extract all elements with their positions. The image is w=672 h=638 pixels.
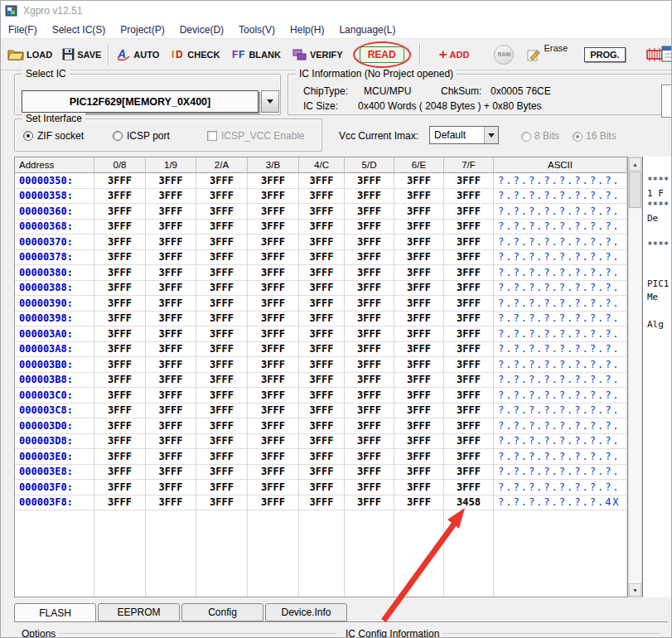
hex-cell[interactable]: 3FFF bbox=[444, 465, 494, 481]
hex-cell[interactable]: 3FFF bbox=[444, 312, 494, 327]
hex-cell[interactable]: 3FFF bbox=[299, 418, 345, 434]
hex-cell[interactable]: 3FFF bbox=[394, 220, 444, 235]
scroll-down-button[interactable]: ▼ bbox=[629, 583, 641, 597]
hex-cell[interactable]: 3FFF bbox=[146, 189, 196, 205]
vcc-current-dropdown[interactable]: Default bbox=[429, 126, 499, 144]
icsp-port-label[interactable]: ICSP port bbox=[127, 130, 170, 142]
hex-cell[interactable]: 3FFF bbox=[299, 220, 345, 235]
hex-cell[interactable]: 3FFF bbox=[94, 234, 146, 250]
hex-address[interactable]: 000003E0: bbox=[15, 449, 94, 465]
menu-item-help[interactable]: Help(H) bbox=[283, 22, 331, 38]
hex-cell[interactable]: 3FFF bbox=[248, 220, 299, 235]
hex-address[interactable]: 000003C0: bbox=[15, 388, 94, 404]
hex-cell[interactable]: 3FFF bbox=[394, 342, 444, 358]
hex-address[interactable]: 000003D0: bbox=[15, 418, 94, 434]
hex-address[interactable]: 000003A0: bbox=[15, 326, 94, 342]
tab-config[interactable]: Config bbox=[181, 603, 263, 621]
hex-cell[interactable]: 3FFF bbox=[345, 480, 394, 495]
hex-cell[interactable]: 3FFF bbox=[146, 281, 196, 297]
read-button[interactable]: READ bbox=[360, 46, 404, 63]
hex-cell[interactable]: 3FFF bbox=[248, 281, 299, 297]
hex-cell[interactable]: 3FFF bbox=[146, 204, 196, 220]
hex-cell[interactable]: 3FFF bbox=[345, 342, 394, 358]
hex-cell[interactable]: 3FFF bbox=[248, 173, 299, 189]
hex-cell[interactable]: 3FFF bbox=[345, 404, 394, 419]
hex-cell[interactable]: 3FFF bbox=[394, 357, 444, 373]
hex-address[interactable]: 000003B0: bbox=[15, 357, 94, 373]
hex-cell[interactable]: 3FFF bbox=[345, 234, 394, 250]
verify-button[interactable]: VERIFY bbox=[292, 48, 343, 61]
hex-cell[interactable]: 3FFF bbox=[394, 465, 444, 481]
hex-cell[interactable]: 3FFF bbox=[444, 342, 494, 358]
hex-cell[interactable]: 3FFF bbox=[146, 312, 196, 327]
hex-cell[interactable]: 3FFF bbox=[248, 342, 299, 358]
hex-cell[interactable]: 3FFF bbox=[146, 357, 196, 373]
hex-cell[interactable]: 3FFF bbox=[299, 296, 345, 312]
scroll-thumb[interactable] bbox=[629, 172, 641, 208]
prog-button[interactable]: PROG. bbox=[584, 47, 625, 62]
hex-cell[interactable]: 3FFF bbox=[444, 418, 494, 434]
hex-address[interactable]: 000003E8: bbox=[15, 465, 94, 481]
hex-cell[interactable]: 3FFF bbox=[248, 449, 299, 465]
hex-address[interactable]: 00000380: bbox=[15, 265, 94, 281]
hex-cell[interactable]: 3FFF bbox=[299, 173, 345, 189]
hex-cell[interactable]: 3FFF bbox=[394, 265, 444, 281]
hex-cell[interactable]: 3FFF bbox=[248, 204, 299, 220]
hex-cell[interactable]: 3FFF bbox=[299, 312, 345, 327]
blank-button[interactable]: F F BLANK bbox=[231, 48, 281, 60]
ic-combobox-dropdown-button[interactable] bbox=[261, 90, 279, 113]
menu-item-project[interactable]: Project(P) bbox=[113, 22, 172, 38]
hex-cell[interactable]: 3FFF bbox=[196, 418, 248, 434]
hex-cell[interactable]: 3FFF bbox=[299, 449, 345, 465]
hex-cell[interactable]: 3FFF bbox=[248, 465, 299, 481]
hex-cell[interactable]: 3FFF bbox=[345, 204, 394, 220]
hex-cell[interactable]: 3FFF bbox=[394, 234, 444, 250]
hex-cell[interactable]: 3FFF bbox=[146, 173, 196, 189]
hex-address[interactable]: 00000388: bbox=[15, 281, 94, 297]
menu-item-file[interactable]: File(F) bbox=[1, 22, 45, 38]
icsp-vcc-checkbox[interactable] bbox=[207, 131, 217, 141]
hex-cell[interactable]: 3FFF bbox=[196, 265, 248, 281]
hex-cell[interactable]: 3FFF bbox=[345, 388, 394, 404]
hex-cell[interactable]: 3FFF bbox=[345, 495, 394, 511]
hex-cell[interactable]: 3FFF bbox=[94, 281, 146, 297]
hex-cell[interactable]: 3FFF bbox=[94, 495, 146, 511]
hex-cell[interactable]: 3FFF bbox=[146, 250, 196, 266]
hex-cell[interactable]: 3FFF bbox=[345, 326, 394, 342]
hex-cell[interactable]: 3FFF bbox=[196, 296, 248, 312]
hex-cell[interactable]: 3FFF bbox=[94, 418, 146, 434]
hex-address[interactable]: 000003F8: bbox=[15, 495, 94, 511]
hex-address[interactable]: 000003A8: bbox=[15, 342, 94, 358]
vcc-dropdown-arrow[interactable] bbox=[484, 127, 498, 143]
hex-cell[interactable]: 3FFF bbox=[299, 465, 345, 481]
hex-cell[interactable]: 3FFF bbox=[146, 449, 196, 465]
hex-cell[interactable]: 3FFF bbox=[94, 357, 146, 373]
hex-cell[interactable]: 3FFF bbox=[248, 312, 299, 327]
hex-cell[interactable]: 3FFF bbox=[94, 204, 146, 220]
hex-cell[interactable]: 3FFF bbox=[248, 250, 299, 266]
hex-cell[interactable]: 3FFF bbox=[196, 388, 248, 404]
hex-cell[interactable]: 3FFF bbox=[196, 342, 248, 358]
hex-cell[interactable]: 3FFF bbox=[345, 449, 394, 465]
hex-cell[interactable]: 3FFF bbox=[146, 434, 196, 450]
hex-cell[interactable]: 3FFF bbox=[146, 234, 196, 250]
hex-cell[interactable]: 3FFF bbox=[394, 434, 444, 450]
hex-address[interactable]: 00000360: bbox=[15, 204, 94, 220]
hex-cell[interactable]: 3FFF bbox=[196, 495, 248, 511]
hex-address[interactable]: 00000390: bbox=[15, 296, 94, 312]
hex-cell[interactable]: 3FFF bbox=[196, 250, 248, 266]
menu-item-device[interactable]: Device(D) bbox=[172, 22, 231, 38]
hex-cell[interactable]: 3FFF bbox=[196, 204, 248, 220]
hex-cell[interactable]: 3FFF bbox=[196, 465, 248, 481]
hex-cell[interactable]: 3FFF bbox=[94, 373, 146, 389]
hex-cell[interactable]: 3FFF bbox=[94, 189, 146, 205]
hex-cell[interactable]: 3FFF bbox=[94, 326, 146, 342]
hex-cell[interactable]: 3FFF bbox=[299, 189, 345, 205]
tab-device-info[interactable]: Device.Info bbox=[265, 603, 347, 621]
ic-select-combobox[interactable]: PIC12F629[MEMORY_0X400] bbox=[22, 90, 259, 113]
hex-cell[interactable]: 3FFF bbox=[444, 220, 494, 235]
hex-cell[interactable]: 3FFF bbox=[248, 357, 299, 373]
hex-cell[interactable]: 3FFF bbox=[444, 281, 494, 297]
hex-cell[interactable]: 3FFF bbox=[299, 404, 345, 419]
hex-cell[interactable]: 3FFF bbox=[394, 296, 444, 312]
